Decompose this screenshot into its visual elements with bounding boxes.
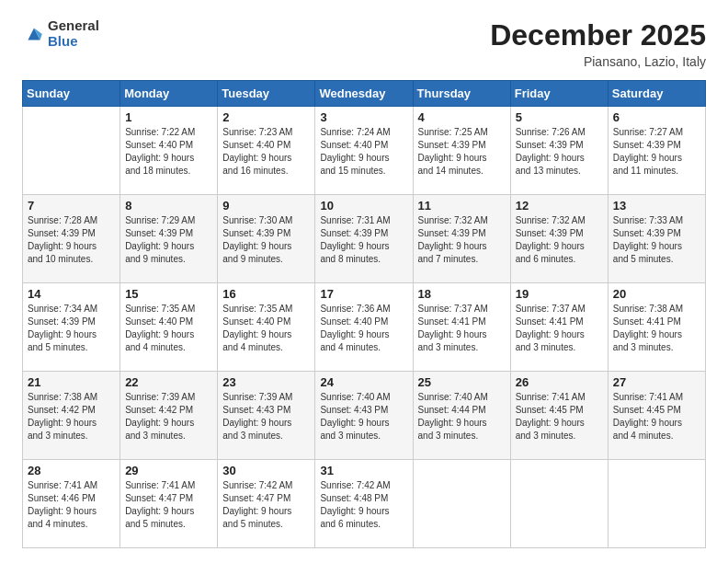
day-number: 4 bbox=[418, 110, 506, 124]
calendar-cell: 3Sunrise: 7:24 AM Sunset: 4:40 PM Daylig… bbox=[315, 107, 413, 195]
day-number: 29 bbox=[125, 464, 212, 477]
day-info: Sunrise: 7:37 AM Sunset: 4:41 PM Dayligh… bbox=[418, 303, 506, 354]
day-number: 11 bbox=[418, 199, 506, 213]
day-number: 7 bbox=[28, 199, 115, 213]
calendar-day-header: Sunday bbox=[23, 81, 120, 107]
calendar-cell: 9Sunrise: 7:30 AM Sunset: 4:39 PM Daylig… bbox=[218, 195, 315, 283]
calendar-day-header: Wednesday bbox=[315, 81, 413, 107]
calendar-cell: 24Sunrise: 7:40 AM Sunset: 4:43 PM Dayli… bbox=[315, 372, 413, 460]
calendar-day-header: Tuesday bbox=[218, 81, 315, 107]
day-number: 1 bbox=[125, 110, 212, 124]
calendar-day-header: Friday bbox=[510, 81, 608, 107]
logo-icon bbox=[24, 24, 44, 44]
day-info: Sunrise: 7:24 AM Sunset: 4:40 PM Dayligh… bbox=[320, 126, 407, 178]
day-info: Sunrise: 7:39 AM Sunset: 4:42 PM Dayligh… bbox=[125, 391, 212, 442]
day-info: Sunrise: 7:32 AM Sunset: 4:39 PM Dayligh… bbox=[418, 214, 506, 266]
calendar-cell bbox=[413, 460, 510, 548]
day-number: 23 bbox=[222, 375, 310, 389]
location: Piansano, Lazio, Italy bbox=[490, 54, 706, 69]
calendar-week-row: 14Sunrise: 7:34 AM Sunset: 4:39 PM Dayli… bbox=[23, 283, 706, 372]
day-info: Sunrise: 7:33 AM Sunset: 4:39 PM Dayligh… bbox=[613, 214, 700, 266]
day-number: 30 bbox=[222, 464, 310, 477]
calendar-cell: 18Sunrise: 7:37 AM Sunset: 4:41 PM Dayli… bbox=[413, 283, 510, 372]
day-number: 2 bbox=[222, 110, 310, 124]
day-info: Sunrise: 7:41 AM Sunset: 4:45 PM Dayligh… bbox=[613, 391, 700, 442]
calendar-cell: 8Sunrise: 7:29 AM Sunset: 4:39 PM Daylig… bbox=[120, 195, 218, 283]
calendar-header-row: SundayMondayTuesdayWednesdayThursdayFrid… bbox=[23, 81, 706, 107]
calendar-cell: 5Sunrise: 7:26 AM Sunset: 4:39 PM Daylig… bbox=[510, 107, 608, 195]
header: General Blue December 2025 Piansano, Laz… bbox=[22, 18, 706, 69]
day-info: Sunrise: 7:41 AM Sunset: 4:46 PM Dayligh… bbox=[28, 479, 115, 531]
calendar-week-row: 7Sunrise: 7:28 AM Sunset: 4:39 PM Daylig… bbox=[23, 195, 706, 283]
day-number: 17 bbox=[320, 287, 407, 301]
day-info: Sunrise: 7:35 AM Sunset: 4:40 PM Dayligh… bbox=[125, 303, 212, 354]
logo-text: General Blue bbox=[48, 18, 99, 49]
calendar-table: SundayMondayTuesdayWednesdayThursdayFrid… bbox=[22, 80, 706, 548]
day-info: Sunrise: 7:40 AM Sunset: 4:44 PM Dayligh… bbox=[418, 391, 506, 442]
logo-general-text: General bbox=[48, 18, 99, 34]
day-info: Sunrise: 7:32 AM Sunset: 4:39 PM Dayligh… bbox=[516, 214, 603, 266]
day-number: 20 bbox=[613, 287, 700, 301]
calendar-cell: 19Sunrise: 7:37 AM Sunset: 4:41 PM Dayli… bbox=[510, 283, 608, 372]
calendar-cell: 10Sunrise: 7:31 AM Sunset: 4:39 PM Dayli… bbox=[315, 195, 413, 283]
day-number: 21 bbox=[28, 375, 115, 389]
calendar-day-header: Saturday bbox=[608, 81, 705, 107]
day-number: 14 bbox=[28, 287, 115, 301]
day-number: 19 bbox=[516, 287, 603, 301]
calendar-cell: 22Sunrise: 7:39 AM Sunset: 4:42 PM Dayli… bbox=[120, 372, 218, 460]
day-info: Sunrise: 7:31 AM Sunset: 4:39 PM Dayligh… bbox=[320, 214, 407, 266]
calendar-cell: 29Sunrise: 7:41 AM Sunset: 4:47 PM Dayli… bbox=[120, 460, 218, 548]
logo-blue-text: Blue bbox=[48, 34, 99, 50]
calendar-cell: 16Sunrise: 7:35 AM Sunset: 4:40 PM Dayli… bbox=[218, 283, 315, 372]
day-info: Sunrise: 7:30 AM Sunset: 4:39 PM Dayligh… bbox=[222, 214, 310, 266]
calendar-cell: 15Sunrise: 7:35 AM Sunset: 4:40 PM Dayli… bbox=[120, 283, 218, 372]
day-info: Sunrise: 7:41 AM Sunset: 4:47 PM Dayligh… bbox=[125, 479, 212, 531]
calendar-cell: 1Sunrise: 7:22 AM Sunset: 4:40 PM Daylig… bbox=[120, 107, 218, 195]
day-number: 26 bbox=[516, 375, 603, 389]
day-info: Sunrise: 7:28 AM Sunset: 4:39 PM Dayligh… bbox=[28, 214, 115, 266]
day-number: 10 bbox=[320, 199, 407, 213]
day-info: Sunrise: 7:38 AM Sunset: 4:42 PM Dayligh… bbox=[28, 391, 115, 442]
calendar-week-row: 1Sunrise: 7:22 AM Sunset: 4:40 PM Daylig… bbox=[23, 107, 706, 195]
day-info: Sunrise: 7:23 AM Sunset: 4:40 PM Dayligh… bbox=[222, 126, 310, 178]
day-info: Sunrise: 7:41 AM Sunset: 4:45 PM Dayligh… bbox=[516, 391, 603, 442]
day-info: Sunrise: 7:40 AM Sunset: 4:43 PM Dayligh… bbox=[320, 391, 407, 442]
calendar-cell bbox=[510, 460, 608, 548]
day-info: Sunrise: 7:22 AM Sunset: 4:40 PM Dayligh… bbox=[125, 126, 212, 178]
calendar-day-header: Thursday bbox=[413, 81, 510, 107]
day-number: 9 bbox=[222, 199, 310, 213]
calendar-cell: 2Sunrise: 7:23 AM Sunset: 4:40 PM Daylig… bbox=[218, 107, 315, 195]
day-info: Sunrise: 7:35 AM Sunset: 4:40 PM Dayligh… bbox=[222, 303, 310, 354]
calendar-cell bbox=[23, 107, 120, 195]
day-number: 24 bbox=[320, 375, 407, 389]
calendar-day-header: Monday bbox=[120, 81, 218, 107]
day-number: 8 bbox=[125, 199, 212, 213]
day-info: Sunrise: 7:26 AM Sunset: 4:39 PM Dayligh… bbox=[516, 126, 603, 178]
day-info: Sunrise: 7:29 AM Sunset: 4:39 PM Dayligh… bbox=[125, 214, 212, 266]
calendar-cell: 20Sunrise: 7:38 AM Sunset: 4:41 PM Dayli… bbox=[608, 283, 705, 372]
page: General Blue December 2025 Piansano, Laz… bbox=[0, 0, 728, 563]
day-number: 15 bbox=[125, 287, 212, 301]
calendar-cell: 28Sunrise: 7:41 AM Sunset: 4:46 PM Dayli… bbox=[23, 460, 120, 548]
day-number: 5 bbox=[516, 110, 603, 124]
calendar-cell: 4Sunrise: 7:25 AM Sunset: 4:39 PM Daylig… bbox=[413, 107, 510, 195]
calendar-cell: 31Sunrise: 7:42 AM Sunset: 4:48 PM Dayli… bbox=[315, 460, 413, 548]
calendar-cell: 6Sunrise: 7:27 AM Sunset: 4:39 PM Daylig… bbox=[608, 107, 705, 195]
month-title: December 2025 bbox=[490, 18, 706, 52]
day-number: 18 bbox=[418, 287, 506, 301]
calendar-cell bbox=[608, 460, 705, 548]
calendar-cell: 7Sunrise: 7:28 AM Sunset: 4:39 PM Daylig… bbox=[23, 195, 120, 283]
day-info: Sunrise: 7:27 AM Sunset: 4:39 PM Dayligh… bbox=[613, 126, 700, 178]
day-number: 13 bbox=[613, 199, 700, 213]
day-number: 6 bbox=[613, 110, 700, 124]
title-block: December 2025 Piansano, Lazio, Italy bbox=[490, 18, 706, 69]
calendar-cell: 13Sunrise: 7:33 AM Sunset: 4:39 PM Dayli… bbox=[608, 195, 705, 283]
day-number: 22 bbox=[125, 375, 212, 389]
calendar-cell: 27Sunrise: 7:41 AM Sunset: 4:45 PM Dayli… bbox=[608, 372, 705, 460]
calendar-cell: 11Sunrise: 7:32 AM Sunset: 4:39 PM Dayli… bbox=[413, 195, 510, 283]
calendar-cell: 17Sunrise: 7:36 AM Sunset: 4:40 PM Dayli… bbox=[315, 283, 413, 372]
calendar-cell: 23Sunrise: 7:39 AM Sunset: 4:43 PM Dayli… bbox=[218, 372, 315, 460]
day-info: Sunrise: 7:37 AM Sunset: 4:41 PM Dayligh… bbox=[516, 303, 603, 354]
day-number: 28 bbox=[28, 464, 115, 477]
calendar-cell: 30Sunrise: 7:42 AM Sunset: 4:47 PM Dayli… bbox=[218, 460, 315, 548]
